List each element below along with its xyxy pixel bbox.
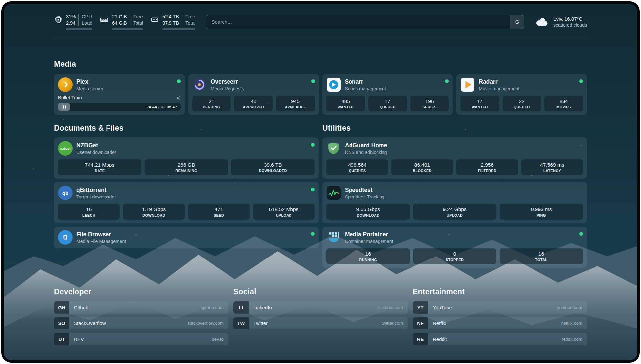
disk-icon bbox=[150, 15, 159, 24]
bookmark-linkedin[interactable]: LI LinkedIn linkedin.com bbox=[233, 301, 408, 314]
stat-value: 9.65 Gbps bbox=[328, 206, 409, 212]
stat-value: 744.21 Mbps bbox=[59, 162, 140, 168]
stat-label: RATE bbox=[59, 169, 140, 173]
section-title-social: Social bbox=[233, 288, 408, 296]
status-indicator bbox=[579, 232, 583, 236]
stat-value: 21 bbox=[194, 98, 229, 104]
memory-free-value: 21 GiB bbox=[112, 14, 127, 20]
stat-label: BLOCKED bbox=[393, 169, 452, 173]
stat-value: 618.52 Mbps bbox=[254, 206, 313, 212]
search-provider-button[interactable]: G bbox=[510, 15, 524, 29]
bookmark-domain: netflix.com bbox=[561, 321, 582, 326]
stat-box: 744.21 Mbps RATE bbox=[58, 159, 141, 175]
stat-box: 2,956 FILTERED bbox=[456, 159, 518, 175]
gear-icon[interactable] bbox=[176, 95, 181, 100]
stat-box: 47.569 ms LATENCY bbox=[521, 159, 583, 175]
stat-label: DOWNLOAD bbox=[328, 213, 409, 217]
stat-box: 0.993 ms PING bbox=[500, 204, 583, 220]
stat-label: TOTAL bbox=[501, 258, 582, 262]
stat-label: APPROVED bbox=[235, 105, 271, 109]
playback-time: 24:44 / 02:06:47 bbox=[146, 105, 177, 109]
stat-box: 40 APPROVED bbox=[234, 96, 273, 111]
bookmarks-developer: Developer GH Github github.com SO StackO… bbox=[54, 288, 228, 345]
stat-label: QUERIES bbox=[328, 169, 387, 173]
stat-box: 86,401 BLOCKED bbox=[391, 159, 453, 175]
bookmark-abbr: NF bbox=[413, 317, 428, 329]
service-title: Overseerr bbox=[211, 78, 244, 85]
stat-box: 498,564 QUERIES bbox=[326, 159, 388, 175]
documents-column: Documents & Files nzbget NZBGet Usenet d… bbox=[54, 124, 319, 248]
bookmark-netflix[interactable]: NF Netflix netflix.com bbox=[413, 317, 587, 329]
service-subtitle: Media server bbox=[76, 86, 103, 91]
stat-box: 22 QUEUED bbox=[503, 96, 541, 111]
service-card-speedtest[interactable]: Speedtest Speedtest Tracking 9.65 Gbps D… bbox=[322, 182, 587, 223]
weather-condition: scattered clouds bbox=[553, 22, 587, 28]
service-card-radarr[interactable]: Radarr Movie management 17 WANTED 22 QUE… bbox=[456, 74, 587, 115]
stat-value: 47.569 ms bbox=[523, 162, 582, 168]
bookmark-dev[interactable]: DT DEV dev.to bbox=[54, 333, 228, 345]
adguard-icon bbox=[326, 141, 341, 156]
bookmark-name: StackOverflow bbox=[74, 320, 106, 326]
stat-value: 40 bbox=[235, 98, 271, 104]
memory-free-label: Free bbox=[133, 14, 143, 20]
stat-label: QUEUED bbox=[370, 105, 406, 109]
bookmark-youtube[interactable]: YT YouTube youtube.com bbox=[413, 301, 587, 314]
stat-value: 16 bbox=[328, 251, 409, 257]
stat-label: LEECH bbox=[59, 213, 118, 217]
disk-free-label: Free bbox=[185, 14, 196, 20]
radarr-icon bbox=[460, 77, 475, 92]
stat-label: WANTED bbox=[462, 105, 498, 109]
service-card-plex[interactable]: Plex Media server Bullet Train bbox=[54, 74, 185, 115]
bookmark-domain: youtube.com bbox=[557, 305, 582, 310]
overseerr-icon bbox=[192, 77, 207, 92]
bookmark-github[interactable]: GH Github github.com bbox=[54, 301, 228, 314]
section-title-developer: Developer bbox=[54, 288, 228, 296]
stat-label: WANTED bbox=[328, 105, 364, 109]
bookmark-reddit[interactable]: RE Reddit reddit.com bbox=[413, 333, 587, 345]
stat-box: 834 MOVIES bbox=[544, 96, 583, 111]
utilities-column: Utilities bbox=[322, 124, 587, 268]
stat-label: DOWNLOADED bbox=[232, 169, 313, 173]
service-card-adguard[interactable]: AdGuard Home DNS and adblocking 498,564 … bbox=[322, 137, 587, 179]
cpu-widget: 31% 2.94 CPU Load bbox=[54, 14, 92, 30]
bookmark-domain: reddit.com bbox=[562, 337, 582, 342]
service-card-nzbget[interactable]: nzbget NZBGet Usenet downloader 744.21 M… bbox=[54, 137, 319, 179]
memory-icon bbox=[100, 15, 109, 25]
stat-box: 9.24 Gbps UPLOAD bbox=[413, 204, 497, 220]
stat-label: RUNNING bbox=[328, 258, 409, 262]
status-indicator bbox=[311, 232, 315, 236]
memory-widget: 21 GiB 64 GiB Free Total bbox=[100, 14, 143, 30]
weather-location-temp: Lviv, 16.87°C bbox=[553, 16, 587, 22]
plex-icon bbox=[58, 77, 73, 92]
stat-label: QUEUED bbox=[504, 105, 540, 109]
status-indicator bbox=[311, 188, 315, 191]
status-indicator bbox=[445, 79, 449, 83]
media-grid: Plex Media server Bullet Train bbox=[54, 74, 587, 115]
bookmark-abbr: LI bbox=[233, 301, 249, 314]
bookmark-stackoverflow[interactable]: SO StackOverflow stackoverflow.com bbox=[54, 317, 228, 329]
stat-label: PENDING bbox=[194, 105, 229, 109]
service-subtitle: Movie management bbox=[479, 86, 519, 91]
service-card-qbittorrent[interactable]: qb qBittorrent Torrent downloader 16 LEE… bbox=[54, 182, 319, 223]
bookmark-name: Reddit bbox=[433, 336, 447, 342]
service-title: Media Portainer bbox=[345, 231, 393, 238]
bookmark-twitter[interactable]: TW Twitter twitter.com bbox=[233, 317, 408, 329]
stat-label: PING bbox=[501, 213, 582, 217]
bookmark-abbr: GH bbox=[54, 301, 69, 314]
service-card-sonarr[interactable]: Sonarr Series management 485 WANTED 17 Q… bbox=[322, 74, 453, 115]
service-title: Sonarr bbox=[345, 78, 386, 85]
stat-value: 834 bbox=[546, 98, 582, 104]
stat-value: 86,401 bbox=[393, 162, 452, 168]
stat-box: 21 PENDING bbox=[192, 96, 231, 111]
service-card-filebrowser[interactable]: File Browser Media File Management bbox=[54, 227, 319, 248]
disk-widget: 52.4 TB 97.9 TB Free Total bbox=[150, 14, 195, 30]
search-input[interactable] bbox=[206, 15, 524, 29]
stat-value: 17 bbox=[370, 98, 406, 104]
disk-total-label: Total bbox=[185, 20, 196, 26]
pause-button[interactable] bbox=[58, 103, 70, 111]
stat-value: 498,564 bbox=[328, 162, 387, 168]
stat-box: 17 WANTED bbox=[460, 96, 499, 111]
service-card-overseerr[interactable]: Overseerr Media Requests 21 PENDING 40 A… bbox=[188, 74, 319, 115]
service-card-portainer[interactable]: Media Portainer Container management 16 … bbox=[322, 227, 587, 268]
stat-label: MOVIES bbox=[546, 105, 582, 109]
